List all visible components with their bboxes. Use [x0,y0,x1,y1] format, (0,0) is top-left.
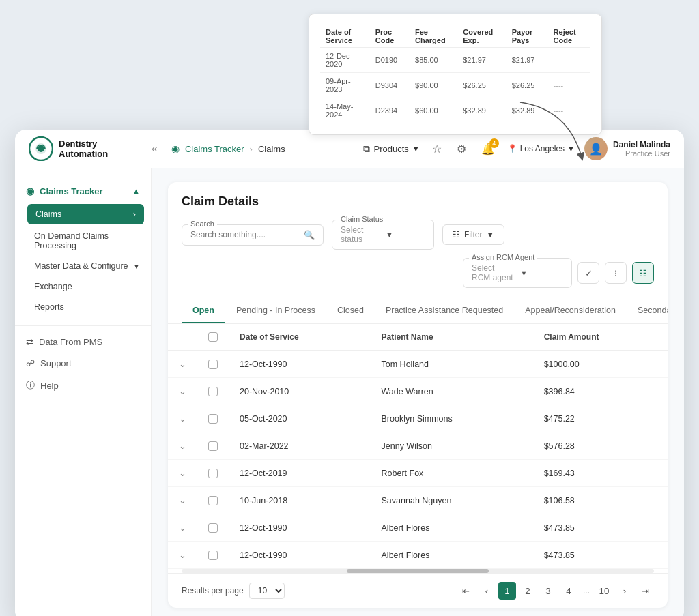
content-card: Claim Details Search 🔍 Claim Status Sele… [168,182,668,608]
collapse-sidebar-button[interactable]: « [149,140,160,158]
popup-cell-reject: ---- [548,73,590,98]
popup-col-date: Date of Service [320,25,370,48]
list-view-button[interactable]: ☷ [632,262,654,284]
sidebar-item-data-pms[interactable]: ⇄ Data From PMS [15,332,151,353]
sidebar-item-claims[interactable]: Claims › [27,204,144,224]
row-checkbox[interactable] [208,360,218,369]
cell-date: 12-Oct-1990 [229,351,371,378]
sidebar-item-claims-tracker[interactable]: ◉ Claims Tracker ▲ [15,179,151,203]
pagination-page-4-button[interactable]: 4 [560,582,577,600]
th-expand [168,324,197,351]
row-checkbox[interactable] [208,469,218,478]
sidebar-divider-1 [15,325,151,326]
table-row: ⌄ 12-Oct-1990 Tom Holland $1000.00 [168,351,668,378]
claims-tracker-icon: ◉ [26,186,34,196]
star-button[interactable]: ☆ [429,140,444,158]
pagination-next-button[interactable]: › [616,582,633,600]
exchange-label: Exchange [34,282,72,291]
pagination-page-2-button[interactable]: 2 [519,582,537,600]
claim-status-label: Claim Status [338,215,386,223]
tab-pending---in-process[interactable]: Pending - In Process [225,299,326,323]
grid-view-button[interactable]: ⁝ [605,262,627,284]
search-input[interactable] [190,230,300,239]
expand-row-btn[interactable]: ⌄ [168,378,197,405]
expand-row-btn[interactable]: ⌄ [168,514,197,542]
products-chevron-icon: ▼ [412,145,420,153]
notifications-button[interactable]: 🔔 4 [479,140,498,158]
horizontal-scrollbar[interactable] [182,569,654,573]
row-checkbox[interactable] [208,551,218,560]
cell-date: 10-Jun-2018 [229,487,371,514]
tab-practice-assistance-requested[interactable]: Practice Assistance Requested [375,299,514,323]
expand-row-btn[interactable]: ⌄ [168,542,197,569]
filter-icon: ☷ [453,230,460,239]
pagination-last-button[interactable]: ⇥ [636,582,654,600]
expand-row-btn[interactable]: ⌄ [168,460,197,487]
popup-cell-covered: $21.97 [457,48,507,73]
sidebar-item-master-data[interactable]: Master Data & Configure ▼ [15,256,151,276]
pagination-page-3-button[interactable]: 3 [539,582,557,600]
user-area[interactable]: 👤 Daniel Malinda Practice User [584,137,670,160]
expand-row-btn[interactable]: ⌄ [168,487,197,514]
pagination-page-1-button[interactable]: 1 [498,582,516,600]
logo-text: Dentistry Automation [59,138,108,159]
cell-patient: Wade Warren [371,378,533,405]
products-label: Products [373,144,408,154]
breadcrumb-tracker-link[interactable]: Claims Tracker [185,144,244,154]
row-checkbox[interactable] [208,523,218,533]
sidebar: ◉ Claims Tracker ▲ Claims › On Demand Cl… [15,168,152,616]
popup-cell-covered: $26.25 [457,73,507,98]
pagination-prev-button[interactable]: ‹ [478,582,496,600]
header-checkbox[interactable] [208,332,218,342]
expand-row-btn[interactable]: ⌄ [168,405,197,432]
tabs-row: OpenPending - In ProcessClosedPractice A… [168,299,668,324]
cell-amount: $169.43 [533,460,668,487]
popup-table-row: 12-Dec-2020 D0190 $85.00 $21.97 $21.97 -… [320,48,590,73]
sidebar-item-on-demand[interactable]: On Demand Claims Processing [15,226,151,256]
row-checkbox[interactable] [208,496,218,505]
pagination-page-10-button[interactable]: 10 [595,582,613,600]
row-checkbox[interactable] [208,387,218,396]
pagination-first-button[interactable]: ⇤ [457,582,475,600]
popup-col-proc: Proc Code [370,25,410,48]
cell-date: 05-Oct-2020 [229,405,371,432]
popup-col-payor: Payor Pays [507,25,548,48]
expand-row-btn[interactable]: ⌄ [168,351,197,378]
sidebar-item-exchange[interactable]: Exchange [15,276,151,297]
row-checkbox[interactable] [208,441,218,451]
filter-button[interactable]: ☷ Filter ▼ [442,224,504,245]
per-page-select[interactable]: 10 25 50 [249,583,285,599]
tab-closed[interactable]: Closed [326,299,375,323]
tab-open[interactable]: Open [182,299,225,323]
row-checkbox-cell [197,487,229,514]
filter-chevron-icon: ▼ [487,231,494,239]
settings-button[interactable]: ⚙ [454,140,469,158]
products-button[interactable]: ⧉ Products ▼ [363,143,419,155]
data-pms-icon: ⇄ [26,337,33,347]
row-checkbox-cell [197,351,229,378]
user-role: Practice User [613,149,670,158]
sidebar-item-support[interactable]: ☍ Support [15,353,151,374]
sidebar-claims-tracker-label: Claims Tracker [40,186,103,196]
popup-cell-proc: D0190 [370,48,410,73]
rcm-placeholder: Select RCM agent [472,263,515,282]
popup-cell-proc: D2394 [370,98,410,123]
popup-col-fee: Fee Charged [410,25,457,48]
rcm-agent-select[interactable]: Assign RCM Agent Select RCM agent ▼ [463,258,572,288]
sidebar-item-reports[interactable]: Reports [15,297,151,317]
tab-secondary-claim-filled[interactable]: Secondary Claim Filled [627,299,668,323]
claims-table: Date of Service Patient Name Claim Amoun… [168,324,668,569]
sidebar-item-help[interactable]: ⓘ Help [15,374,151,397]
confirm-rcm-button[interactable]: ✓ [577,262,599,284]
cell-patient: Brooklyn Simmons [371,405,533,432]
help-label: Help [40,381,59,391]
pagination: ⇤‹1234...10›⇥ [457,582,654,600]
cell-patient: Robert Fox [371,460,533,487]
claim-status-select[interactable]: Claim Status Select status ▼ [332,220,434,250]
expand-row-btn[interactable]: ⌄ [168,432,197,460]
row-checkbox[interactable] [208,414,218,424]
tab-appeal/reconsideration[interactable]: Appeal/Reconsideration [514,299,627,323]
breadcrumb-icon: ◉ [171,143,180,154]
claims-label: Claims [35,209,61,219]
notification-badge: 4 [489,138,499,148]
